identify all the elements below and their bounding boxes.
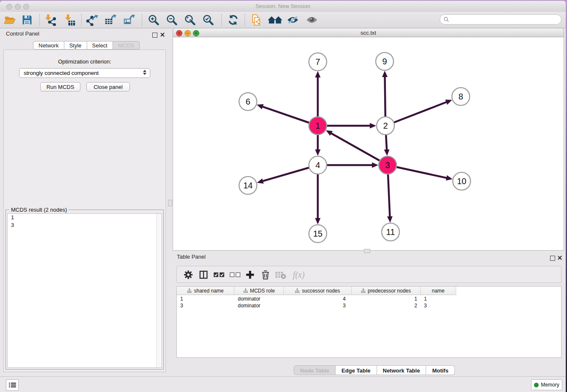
graph-node-label: 2 xyxy=(383,121,388,130)
network-window-titlebar[interactable]: × − + scc.txt xyxy=(173,28,564,37)
tab-mcds[interactable]: MCDS xyxy=(113,41,140,50)
hide-details-icon[interactable] xyxy=(286,14,299,26)
cell-mcds-role: dominator xyxy=(234,295,284,302)
table-header-row: shared name MCDS role successor nodes pr… xyxy=(177,287,456,295)
vertical-splitter-handle[interactable] xyxy=(168,200,172,206)
apply-layout-icon[interactable] xyxy=(227,14,239,26)
column-header-predecessor-nodes[interactable]: predecessor nodes xyxy=(352,287,421,295)
export-network-icon[interactable] xyxy=(86,14,99,26)
import-table-icon[interactable] xyxy=(63,14,76,26)
graph-node-label: 6 xyxy=(245,97,250,106)
sort-hierarchy-icon xyxy=(295,288,300,293)
graph-node-label: 10 xyxy=(457,177,466,186)
close-panel-button[interactable]: Close panel xyxy=(86,82,130,91)
zoom-selected-icon[interactable] xyxy=(202,14,215,26)
title-bar: Session: New Session xyxy=(0,1,566,12)
cell-predecessor-nodes: 1 xyxy=(352,295,421,302)
mcds-panel: Optimization criterion: strongly connect… xyxy=(3,50,166,372)
cell-name: 1 xyxy=(421,295,456,302)
cell-mcds-role: dominator xyxy=(234,302,284,309)
tab-node-table[interactable]: Node Table xyxy=(294,365,336,375)
column-label: MCDS role xyxy=(250,288,275,294)
network-graph: 7968124314101511 xyxy=(173,37,564,250)
tab-select[interactable]: Select xyxy=(87,41,113,50)
sort-hierarchy-icon xyxy=(243,288,248,293)
task-history-button[interactable] xyxy=(6,379,19,391)
table-row[interactable]: 3 dominator 3 2 3 xyxy=(177,302,456,309)
tab-edge-table[interactable]: Edge Table xyxy=(336,365,377,375)
control-panel-close-icon[interactable] xyxy=(160,32,165,37)
mcds-result-list[interactable]: 1 3 xyxy=(7,213,162,368)
node-table: shared name MCDS role successor nodes pr… xyxy=(176,286,561,358)
table-toolbar: f(x) xyxy=(176,266,561,283)
control-panel-float-icon[interactable] xyxy=(152,33,157,38)
duplicate-network-icon[interactable] xyxy=(250,14,262,26)
cell-predecessor-nodes: 2 xyxy=(352,302,421,309)
import-network-icon[interactable] xyxy=(44,14,57,26)
criterion-dropdown[interactable]: strongly connected component xyxy=(19,68,150,78)
column-header-successor-nodes[interactable]: successor nodes xyxy=(284,287,352,295)
table-panel-float-icon[interactable] xyxy=(550,256,555,261)
select-all-columns-icon[interactable] xyxy=(212,269,226,280)
column-label: successor nodes xyxy=(302,288,340,294)
sort-hierarchy-icon xyxy=(187,288,192,293)
save-session-icon[interactable] xyxy=(21,14,33,26)
run-mcds-button[interactable]: Run MCDS xyxy=(40,82,80,91)
function-builder-icon[interactable]: f(x) xyxy=(290,269,307,280)
delete-table-icon[interactable] xyxy=(274,269,287,280)
graph-node-label: 4 xyxy=(315,160,320,170)
column-header-mcds-role[interactable]: MCDS role xyxy=(234,287,284,295)
table-row[interactable]: 1 dominator 4 1 1 xyxy=(177,295,456,302)
graph-edge-2-8[interactable] xyxy=(385,102,446,126)
optimization-criterion-label: Optimization criterion: xyxy=(4,58,165,65)
tab-network-table[interactable]: Network Table xyxy=(377,365,427,375)
graph-node-label: 15 xyxy=(313,229,322,238)
fx-label: f(x) xyxy=(293,270,305,280)
result-line: 3 xyxy=(8,221,162,229)
export-table-icon[interactable] xyxy=(104,14,117,26)
tab-motifs[interactable]: Motifs xyxy=(426,365,454,375)
memory-label: Memory xyxy=(541,382,559,388)
cell-successor-nodes: 3 xyxy=(284,302,352,309)
main-toolbar xyxy=(0,12,566,28)
sort-hierarchy-icon xyxy=(361,288,366,293)
graph-node-label: 14 xyxy=(243,181,253,190)
search-box[interactable] xyxy=(440,14,561,25)
search-input[interactable] xyxy=(451,16,561,23)
add-column-icon[interactable] xyxy=(245,269,256,280)
cell-successor-nodes: 4 xyxy=(284,295,352,302)
window-title: Session: New Session xyxy=(0,3,566,9)
column-header-shared-name[interactable]: shared name xyxy=(177,287,234,295)
status-bar: Memory xyxy=(0,376,566,392)
result-scrollbar[interactable] xyxy=(156,214,162,367)
zoom-out-icon[interactable] xyxy=(165,14,178,26)
table-panel-close-icon[interactable] xyxy=(557,255,562,260)
tab-network[interactable]: Network xyxy=(33,41,64,50)
tab-style[interactable]: Style xyxy=(64,41,87,50)
show-all-icon[interactable] xyxy=(267,14,283,26)
open-session-icon[interactable] xyxy=(3,14,16,26)
memory-button[interactable]: Memory xyxy=(531,379,562,390)
cell-shared-name: 1 xyxy=(177,295,234,302)
show-details-icon[interactable] xyxy=(306,14,318,26)
delete-column-icon[interactable] xyxy=(260,269,271,280)
column-header-name[interactable]: name xyxy=(421,287,456,295)
dropdown-stepper-icon xyxy=(143,70,146,75)
graph-edge-3-1[interactable] xyxy=(331,133,388,165)
zoom-fit-icon[interactable] xyxy=(184,14,196,26)
result-line: 1 xyxy=(8,214,162,221)
deselect-all-columns-icon[interactable] xyxy=(228,269,242,280)
memory-status-icon xyxy=(534,383,539,387)
column-label: name xyxy=(432,288,444,294)
graph-node-label: 8 xyxy=(458,92,463,101)
zoom-in-icon[interactable] xyxy=(147,14,160,26)
column-settings-icon[interactable] xyxy=(183,269,194,280)
export-image-icon[interactable] xyxy=(123,14,135,26)
table-panel-title: Table Panel xyxy=(177,254,206,260)
horizontal-splitter-handle[interactable] xyxy=(364,249,370,253)
graph-node-label: 7 xyxy=(315,57,320,66)
table-tabs: Node Table Edge Table Network Table Moti… xyxy=(294,365,455,375)
mcds-result-title: MCDS result (2 nodes) xyxy=(9,207,69,213)
network-canvas[interactable]: 7968124314101511 xyxy=(173,37,564,251)
column-layout-icon[interactable] xyxy=(198,269,209,280)
